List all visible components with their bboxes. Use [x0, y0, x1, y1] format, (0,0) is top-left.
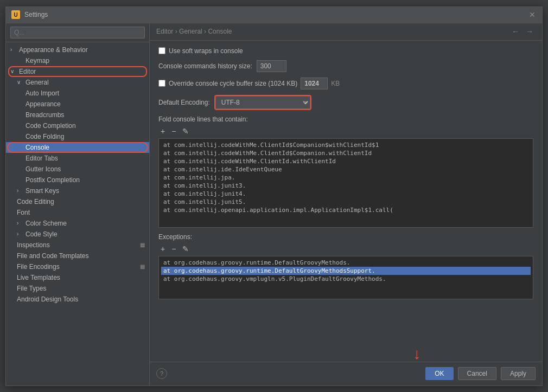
- fold-add-button[interactable]: +: [158, 126, 167, 136]
- history-size-label: Console commands history size:: [158, 62, 252, 70]
- sidebar-label: Gutter Icons: [26, 165, 61, 173]
- sidebar-item-file-code-templates[interactable]: File and Code Templates: [6, 250, 149, 261]
- history-size-input[interactable]: [257, 60, 286, 72]
- list-item: at com.intellij.jpa.: [161, 173, 531, 182]
- sidebar-item-gutter-icons[interactable]: Gutter Icons: [6, 164, 149, 175]
- sidebar-item-console[interactable]: Console: [6, 142, 149, 153]
- sidebar-item-code-folding[interactable]: Code Folding: [6, 131, 149, 142]
- sidebar-label: Auto Import: [26, 89, 59, 97]
- sidebar-item-file-types[interactable]: File Types: [6, 283, 149, 294]
- sidebar-item-postfix-completion[interactable]: Postfix Completion: [6, 175, 149, 185]
- soft-wraps-checkbox[interactable]: [158, 47, 165, 54]
- sidebar-item-appearance[interactable]: Appearance: [6, 99, 149, 110]
- breadcrumb-general: General: [179, 28, 202, 35]
- dialog-title: Settings: [24, 11, 528, 18]
- help-button[interactable]: ?: [156, 368, 167, 379]
- breadcrumb-console: Console: [208, 28, 232, 35]
- sidebar-label: Breadcrumbs: [26, 111, 64, 119]
- list-item: at com.intellij.junit4.: [161, 190, 531, 198]
- nav-arrows: ← →: [509, 27, 536, 36]
- fold-remove-button[interactable]: −: [169, 126, 178, 136]
- sidebar-item-code-editing[interactable]: Code Editing: [6, 196, 149, 207]
- forward-arrow[interactable]: →: [524, 27, 536, 36]
- encoding-highlight: UTF-8 UTF-16 ISO-8859-1 US-ASCII: [214, 95, 311, 110]
- sidebar-item-keymap[interactable]: Keymap: [6, 55, 149, 66]
- breadcrumb-bar: Editor › General › Console ← →: [150, 23, 542, 41]
- breadcrumb-editor: Editor: [156, 28, 173, 35]
- list-item: at com.intellij.openapi.application.impl…: [161, 206, 531, 214]
- sidebar-label: Font: [17, 209, 30, 216]
- sidebar-item-appearance-behavior[interactable]: › Appearance & Behavior: [6, 44, 149, 55]
- exception-remove-button[interactable]: −: [169, 244, 178, 254]
- override-buffer-label: Override console cycle buffer size (1024…: [169, 80, 297, 87]
- arrow-icon: ∨: [17, 79, 23, 85]
- sidebar-label: Appearance & Behavior: [19, 46, 88, 54]
- breadcrumb: Editor › General › Console: [156, 28, 232, 35]
- sidebar-label: File Types: [17, 285, 46, 292]
- kb-label: KB: [331, 80, 340, 87]
- settings-dialog: U Settings ✕ › Appearance & Behavior Key…: [5, 7, 543, 386]
- sidebar-label: Inspections: [17, 241, 50, 249]
- badge-icon: ▦: [140, 242, 145, 248]
- dialog-body: › Appearance & Behavior Keymap ∨ Editor …: [6, 23, 542, 385]
- arrow-icon: ›: [17, 188, 23, 194]
- override-buffer-input[interactable]: [301, 78, 328, 89]
- close-button[interactable]: ✕: [528, 10, 537, 19]
- sidebar-label: General: [26, 79, 49, 86]
- content-area: Editor › General › Console ← → Use soft …: [150, 23, 542, 385]
- list-item: at com.intellij.ide.IdeEventQueue: [161, 165, 531, 173]
- sidebar-label: Code Style: [26, 230, 58, 238]
- history-size-row: Console commands history size:: [158, 60, 533, 72]
- encoding-select[interactable]: UTF-8 UTF-16 ISO-8859-1 US-ASCII: [215, 96, 310, 109]
- fold-edit-button[interactable]: ✎: [180, 126, 191, 136]
- list-item: at com.intellij.junit5.: [161, 198, 531, 206]
- sidebar-item-breadcrumbs[interactable]: Breadcrumbs: [6, 110, 149, 120]
- soft-wraps-label: Use soft wraps in console: [169, 47, 243, 55]
- badge-icon: ▦: [140, 264, 145, 269]
- arrow-icon: ›: [10, 47, 17, 53]
- fold-items-list: at com.intellij.codeWithMe.ClientId$Comp…: [158, 138, 533, 228]
- sidebar-label: Smart Keys: [26, 187, 59, 195]
- sidebar-item-font[interactable]: Font: [6, 207, 149, 218]
- search-input[interactable]: [10, 27, 145, 38]
- sidebar-label: Console: [26, 144, 49, 151]
- encoding-row: Default Encoding: UTF-8 UTF-16 ISO-8859-…: [158, 95, 533, 110]
- exceptions-toolbar: + − ✎: [158, 244, 533, 254]
- exceptions-section: Exceptions: + − ✎ at org.codehaus.groovy…: [158, 233, 533, 299]
- sidebar-item-inspections[interactable]: Inspections ▦: [6, 240, 149, 250]
- list-item: at com.intellij.codeWithMe.ClientId.with…: [161, 157, 531, 165]
- exceptions-label: Exceptions:: [158, 233, 533, 241]
- sidebar-item-general[interactable]: ∨ General: [6, 77, 149, 88]
- exception-edit-button[interactable]: ✎: [180, 244, 191, 254]
- sidebar-label: Code Editing: [17, 198, 54, 205]
- sidebar-item-editor-tabs[interactable]: Editor Tabs: [6, 153, 149, 164]
- sidebar-item-editor[interactable]: ∨ Editor: [6, 66, 149, 77]
- sidebar-label: Editor Tabs: [26, 155, 58, 162]
- sidebar-item-android-design-tools[interactable]: Android Design Tools: [6, 294, 149, 305]
- apply-button[interactable]: Apply: [501, 367, 536, 380]
- back-arrow[interactable]: ←: [509, 27, 521, 36]
- list-item: at org.codehaus.groovy.vmplugln.v5.Plugi…: [161, 275, 531, 283]
- ok-button[interactable]: OK: [425, 367, 453, 380]
- sidebar-item-smart-keys[interactable]: › Smart Keys: [6, 185, 149, 196]
- sidebar-item-file-encodings[interactable]: File Encodings ▦: [6, 261, 149, 272]
- sidebar-item-code-completion[interactable]: Code Completion: [6, 120, 149, 131]
- fold-section-label: Fold console lines that contain:: [158, 115, 533, 123]
- cancel-button[interactable]: Cancel: [458, 367, 496, 380]
- fold-toolbar: + − ✎: [158, 126, 533, 136]
- sidebar-label: Code Folding: [26, 133, 64, 140]
- sidebar-item-live-templates[interactable]: Live Templates: [6, 272, 149, 283]
- override-buffer-checkbox[interactable]: [158, 80, 165, 87]
- sidebar-item-color-scheme[interactable]: › Color Scheme: [6, 218, 149, 229]
- dialog-footer: ? ↓ OK Cancel Apply: [150, 362, 542, 385]
- exception-add-button[interactable]: +: [158, 244, 167, 254]
- sidebar-item-auto-import[interactable]: Auto Import: [6, 88, 149, 99]
- override-buffer-row: Override console cycle buffer size (1024…: [158, 78, 533, 89]
- soft-wraps-row: Use soft wraps in console: [158, 47, 533, 55]
- sidebar-label: Android Design Tools: [17, 295, 78, 303]
- sidebar-label: Color Scheme: [26, 220, 67, 227]
- sidebar-item-code-style[interactable]: › Code Style: [6, 229, 149, 240]
- encoding-label: Default Encoding:: [158, 99, 210, 106]
- list-item: at com.intellij.codeWithMe.ClientId$Comp…: [161, 149, 531, 157]
- sidebar-label: Code Completion: [26, 122, 76, 130]
